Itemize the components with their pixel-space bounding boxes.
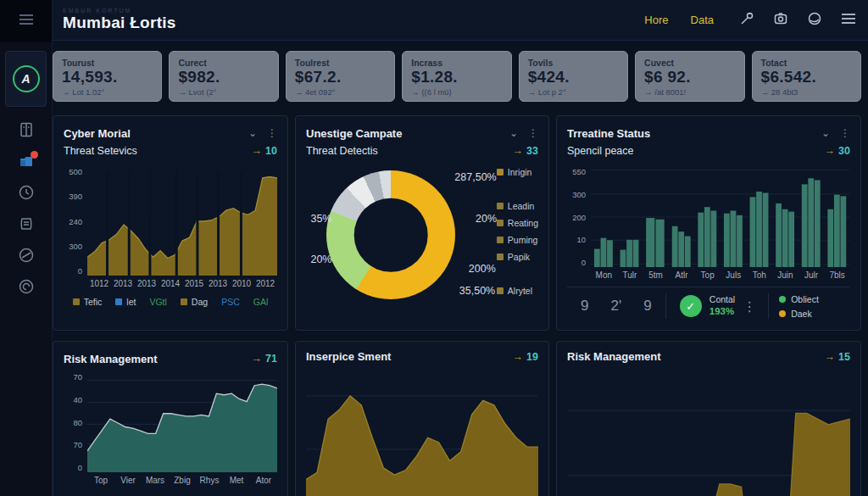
sidebar-item-logs[interactable]	[17, 216, 36, 235]
panel-unestige-campate: Unestige Campate ⌄ ⋮ Threat Detectis → 3…	[295, 115, 549, 331]
nav-link-data[interactable]: Data	[691, 14, 714, 26]
sidebar-item-home-active[interactable]: A	[5, 51, 47, 107]
globe-icon[interactable]	[807, 11, 822, 30]
stat-label: Cuvect	[644, 58, 735, 68]
x-label: Zbig	[169, 476, 196, 485]
status-number: 9	[581, 298, 588, 315]
stat-label: Toulrest	[295, 58, 386, 68]
legend-label: Reating	[508, 218, 538, 228]
sidebar-item-blocked[interactable]	[17, 248, 36, 266]
arrow-icon: →	[252, 145, 263, 157]
x-label: 2015	[182, 279, 206, 288]
area-chart	[87, 372, 277, 472]
legend-swatch	[497, 169, 504, 176]
x-label: Tulr	[617, 270, 643, 280]
legend-swatch	[497, 287, 504, 294]
kebab-menu-icon[interactable]: ⋮	[743, 298, 756, 315]
kebab-menu-icon[interactable]: ⋮	[267, 127, 277, 139]
kebab-menu-icon[interactable]: ⋮	[528, 127, 538, 139]
legend-swatch	[497, 254, 504, 260]
legend-item: Inrigin	[497, 167, 538, 177]
stat-sub: → Lot 1.02°	[62, 87, 153, 97]
stat-card-tovils: Tovils $424. → Lot p 2°	[519, 51, 628, 102]
control-label: Contal	[709, 293, 735, 305]
x-axis: TopVierMarsZbigRhysMetAtor	[64, 476, 277, 485]
nav-link-hore[interactable]: Hore	[644, 14, 668, 26]
legend-dot	[779, 296, 786, 303]
arrow-icon: →	[513, 351, 524, 363]
kebab-menu-icon[interactable]: ⋮	[840, 127, 850, 139]
legend-swatch	[115, 298, 122, 305]
stat-label: Tourust	[62, 58, 153, 68]
arrow-icon: →	[825, 351, 836, 363]
x-label: 2012	[253, 279, 277, 288]
legend-label: GAl	[253, 297, 269, 307]
legend-item: Dag	[181, 297, 208, 307]
legend-swatch	[497, 220, 504, 226]
y-axis: 704080700	[64, 372, 87, 472]
x-label: Top	[694, 270, 721, 280]
sidebar-item-document[interactable]	[17, 122, 36, 141]
menu-icon[interactable]	[841, 11, 856, 30]
y-axis: 5003902403000	[64, 167, 87, 276]
sidebar: A	[0, 0, 53, 496]
chevron-down-icon[interactable]: ⌄	[248, 127, 257, 139]
bar	[685, 237, 691, 267]
axis-tick: 500	[69, 167, 82, 176]
legend-swatch	[181, 298, 187, 305]
list-icon	[18, 215, 35, 236]
legend-item: let	[115, 297, 136, 307]
sidebar-menu-button[interactable]	[0, 0, 52, 42]
wrench-icon[interactable]	[739, 11, 754, 30]
axis-tick: 0	[581, 258, 586, 267]
stat-sub: → Lvot (2°	[178, 87, 269, 97]
stat-sub: → ((6 l mū)	[411, 87, 502, 97]
bar	[620, 250, 626, 267]
chevron-down-icon[interactable]: ⌄	[509, 127, 518, 139]
bar	[750, 197, 756, 267]
area-fill	[567, 413, 850, 496]
bar	[808, 178, 814, 267]
legend-label: VGtl	[149, 297, 166, 307]
donut-chart	[326, 170, 455, 299]
legend-item: Puming	[497, 235, 538, 245]
bar	[698, 213, 704, 267]
donut-legend: InriginLeadinReatingPumingPapikAlrytel	[497, 167, 538, 303]
legend-label: Daek	[791, 309, 812, 319]
bar	[834, 195, 840, 267]
donut-callout: 20%	[310, 254, 331, 265]
trend-badge: → 19	[513, 351, 538, 363]
bar	[672, 226, 678, 267]
sidebar-item-reports[interactable]	[17, 153, 36, 172]
stat-sub: → Lot p 2°	[528, 87, 619, 97]
stat-card-tourust: Tourust 14,593. → Lot 1.02°	[53, 51, 162, 102]
panel-title: Risk Management	[567, 350, 661, 363]
trend-badge: → 71	[252, 353, 277, 365]
area-chart	[567, 368, 850, 496]
camera-icon[interactable]	[773, 11, 788, 30]
bar	[704, 207, 710, 267]
stat-label: Incrass	[411, 58, 502, 68]
sidebar-item-network[interactable]	[17, 279, 36, 298]
chevron-down-icon[interactable]: ⌄	[821, 127, 830, 139]
stat-value: 14,593.	[62, 68, 153, 86]
axis-tick: 70	[73, 372, 82, 382]
sidebar-item-history[interactable]	[17, 185, 36, 203]
status-footer: 9 2' 9 ✓ Contal 193% ⋮	[567, 287, 850, 319]
panel-trreatine-status: Trreatine Status ⌄ ⋮ Spencil peace → 30 …	[556, 115, 861, 331]
legend-label: Leadin	[508, 201, 535, 211]
x-label: 2014	[159, 279, 182, 288]
axis-tick: 240	[69, 217, 82, 226]
main-area: EMBUR KORTUM Mumbai Łortis Hore Data	[53, 0, 868, 496]
axis-tick: 10	[576, 235, 586, 244]
legend-swatch	[497, 237, 504, 243]
document-icon	[18, 121, 35, 142]
axis-tick: 200	[572, 213, 586, 222]
status-number: 2'	[611, 298, 622, 315]
axis-tick: 300	[572, 190, 586, 199]
arrow-icon: →	[252, 353, 263, 365]
bar-chart	[591, 167, 850, 267]
block-icon	[18, 247, 35, 267]
panel-subtitle: Spencil peace	[567, 145, 634, 157]
stat-card-incrass: Incrass $1.28. → ((6 l mū)	[402, 51, 511, 102]
